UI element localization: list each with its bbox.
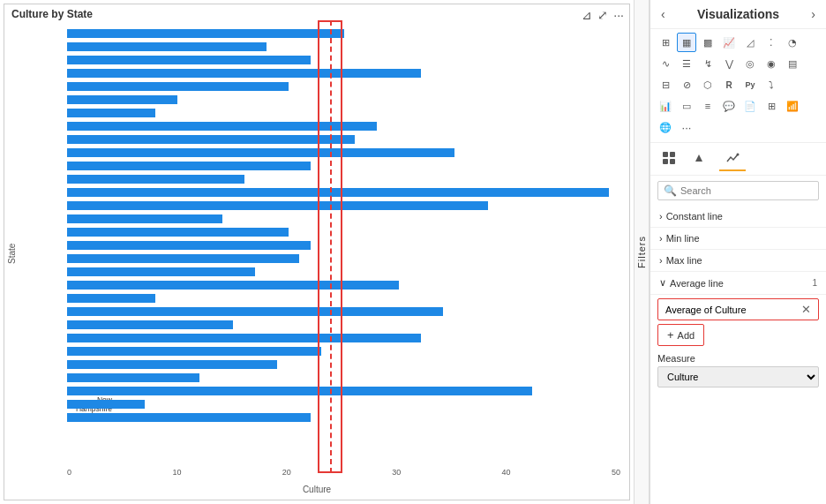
arcgis-icon[interactable]: 🌐 [656,117,675,137]
bar-fill[interactable] [67,175,244,184]
bar-track [67,162,620,170]
bar-track [67,307,620,316]
analytics-button[interactable] [719,147,746,171]
bar-track [67,201,620,210]
bar-fill[interactable] [67,254,299,263]
bar-fill[interactable] [67,201,488,210]
search-input[interactable] [680,185,813,196]
bar-fill[interactable] [67,294,155,303]
column-chart-icon[interactable]: ▩ [698,33,717,52]
bar-track [67,387,620,395]
measure-label: Measure [657,353,819,364]
bar-fill[interactable] [67,188,609,197]
icon-row-4: 📊 ▭ ≡ 💬 📄 ⊞ 📶 [656,96,821,116]
bar-fill[interactable] [67,214,222,223]
chip-label: Average of Culture [665,305,747,315]
search-box[interactable]: 🔍 [657,181,819,200]
bar-fill[interactable] [67,109,155,117]
multirow-icon[interactable]: ≡ [698,96,717,116]
average-line-item[interactable]: ∨ Average line 1 [650,272,826,295]
filled-map-icon[interactable]: ⬡ [698,75,717,94]
bar-fill[interactable] [67,241,311,250]
min-line-item[interactable]: › Min line [650,228,826,250]
bar-fill[interactable] [67,122,377,131]
waterfall-icon[interactable]: ↯ [698,54,717,73]
max-line-item[interactable]: › Max line [650,250,826,272]
bar-chart-icon[interactable]: ▦ [677,33,696,52]
avg-line-chip: Average of Culture ✕ [657,298,819,320]
bar-fill[interactable] [67,148,454,157]
chart-toolbar: ⊿ ⤢ ··· [582,8,624,22]
qna-icon[interactable]: 💬 [719,96,739,116]
bar-fill[interactable] [67,334,421,342]
icon-row-2: ∿ ☰ ↯ ⋁ ◎ ◉ ▤ [656,54,821,73]
scatter-icon[interactable]: ⁚ [762,33,781,52]
bar-fill[interactable] [67,267,255,276]
bar-track [67,135,620,144]
r-icon[interactable]: R [719,75,739,94]
matrix-icon[interactable]: ⊟ [656,75,675,94]
card-icon[interactable]: ▭ [677,96,696,116]
chevron-down-icon: ∨ [659,277,666,289]
decomp-icon[interactable]: ⤵ [762,75,781,94]
table2-icon[interactable]: ⊞ [762,96,781,116]
treemap-icon[interactable]: ▤ [783,54,802,73]
bar-row: Michigan [67,305,620,318]
bar-fill[interactable] [67,400,145,409]
bar-row: Mississippi [67,332,620,344]
filter-icon[interactable]: ⊿ [582,8,592,22]
line2-icon[interactable]: ∿ [656,54,675,73]
chip-close-button[interactable]: ✕ [801,303,811,316]
max-line-label: Max line [666,255,702,266]
bar-fill[interactable] [67,360,277,369]
min-line-label: Min line [666,233,700,244]
constant-line-item[interactable]: › Constant line [650,206,826,228]
table-icon[interactable]: ⊞ [656,33,675,52]
bar-row: Missouri [67,345,620,357]
bar-track [67,254,620,263]
py-icon[interactable]: Py [740,75,760,94]
chart-container: Culture by State ⊿ ⤢ ··· State AlabamaAl… [4,4,630,500]
bar-fill[interactable] [67,413,311,422]
bar-fill[interactable] [67,347,321,356]
bar-fill[interactable] [67,135,355,144]
funnel-icon[interactable]: ⋁ [719,54,739,73]
narrative-icon[interactable]: 📄 [740,96,760,116]
gauge-icon[interactable]: ◎ [740,54,760,73]
fields-button[interactable] [656,147,682,171]
line-chart-icon[interactable]: 📈 [719,33,739,52]
pie-icon[interactable]: ◔ [783,33,802,52]
more-viz-icon[interactable]: ··· [677,117,696,137]
nav-back-arrow[interactable]: ‹ [659,7,667,21]
bar-fill[interactable] [67,162,311,170]
bar-fill[interactable] [67,29,344,38]
bar-fill[interactable] [67,69,421,78]
add-button-label: Add [678,330,695,341]
more-options-icon[interactable]: ··· [613,8,624,22]
bar-fill[interactable] [67,281,399,290]
measure-select[interactable]: Culture [657,366,819,387]
bar-fill[interactable] [67,373,199,382]
nav-forward-arrow[interactable]: › [809,7,817,21]
bar-row: Arkansas [67,67,620,79]
bar-row: New Jersey [67,411,620,424]
bar-fill[interactable] [67,387,532,395]
bar-row: Kentucky [67,239,620,252]
bar-fill[interactable] [67,307,443,316]
map-icon[interactable]: ⊘ [677,75,696,94]
analytics-section: › Constant line › Min line › Max line ∨ … [650,206,826,504]
add-button[interactable]: + Add [657,324,704,346]
kpi-icon[interactable]: 📊 [656,96,675,116]
bar-fill[interactable] [67,228,289,237]
bar-fill[interactable] [67,95,177,104]
ribbon-icon[interactable]: ☰ [677,54,696,73]
bar-fill[interactable] [67,82,289,91]
expand-icon[interactable]: ⤢ [597,8,608,22]
bar-fill[interactable] [67,56,311,64]
bar2-icon[interactable]: 📶 [783,96,802,116]
bar-fill[interactable] [67,320,233,329]
area-chart-icon[interactable]: ◿ [740,33,760,52]
bar-fill[interactable] [67,42,267,51]
format-button[interactable] [687,147,714,171]
donut-icon[interactable]: ◉ [762,54,781,73]
